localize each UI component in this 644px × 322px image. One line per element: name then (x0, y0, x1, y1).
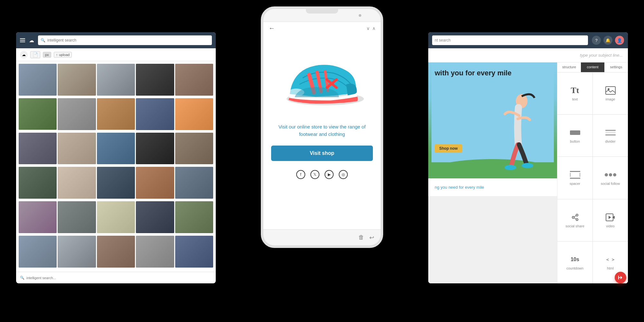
search-input[interactable] (47, 38, 209, 43)
spacer-block-label: spacer (570, 182, 580, 185)
list-item[interactable] (58, 64, 96, 96)
email-preview-content: Shop now with you for every mile ng you … (428, 62, 557, 196)
delete-icon[interactable]: 🗑 (358, 234, 364, 241)
list-item[interactable] (58, 133, 96, 165)
social-share-block-label: social share (565, 224, 584, 228)
phone-nav-bar: ← ∨ ∧ (263, 22, 381, 34)
footer-search-input[interactable] (26, 276, 212, 280)
block-countdown[interactable]: 10s countdown (557, 242, 592, 283)
list-item[interactable] (136, 64, 174, 96)
right-header-icons: ? 🔔 👤 (592, 36, 624, 45)
image-block-label: image (606, 97, 615, 101)
divider-block-icon (604, 128, 617, 137)
list-item[interactable] (19, 236, 57, 268)
hamburger-menu-icon[interactable] (20, 38, 25, 42)
list-item[interactable] (97, 167, 135, 199)
avatar[interactable]: 👤 (615, 36, 624, 45)
list-item[interactable] (136, 98, 174, 130)
list-item[interactable] (58, 167, 96, 199)
notification-icon-btn[interactable]: 🔔 (603, 36, 612, 45)
chevron-down-icon[interactable]: ∨ (366, 26, 370, 31)
list-item[interactable] (136, 236, 174, 268)
svg-point-6 (505, 165, 516, 170)
visit-shop-button[interactable]: Visit shop (271, 146, 373, 161)
left-panel-toolbar: ☁ 📄 px ↑ upload (16, 48, 216, 61)
list-item[interactable] (175, 167, 213, 199)
block-button[interactable]: button (557, 115, 592, 156)
list-item[interactable] (58, 236, 96, 268)
list-item[interactable] (175, 236, 213, 268)
list-item[interactable] (97, 133, 135, 165)
svg-rect-8 (606, 87, 615, 94)
help-icon-btn[interactable]: ? (592, 36, 601, 45)
list-item[interactable] (19, 98, 57, 130)
shop-now-badge[interactable]: Shop now (435, 144, 462, 153)
cloud-icon[interactable]: ☁ (29, 37, 34, 43)
search-partial-text: nt search (435, 38, 450, 43)
search-icon: 🔍 (41, 38, 45, 43)
chevron-up-icon[interactable]: ∧ (372, 26, 375, 31)
instagram-icon[interactable]: ◎ (339, 170, 348, 179)
right-sidebar-panel: structure content settings Tt text (557, 62, 628, 283)
block-image[interactable]: image (593, 72, 628, 114)
twitter-icon[interactable]: 𝕏 (310, 170, 319, 179)
list-item[interactable] (58, 201, 96, 233)
phone-promo-text: Visit our online store to view the range… (263, 118, 381, 143)
block-spacer[interactable]: spacer (557, 157, 592, 199)
list-item[interactable] (97, 201, 135, 233)
list-item[interactable] (19, 201, 57, 233)
px-toolbar-btn[interactable]: px (43, 52, 51, 58)
block-social-share[interactable]: social share (557, 199, 592, 241)
list-item[interactable] (175, 98, 213, 130)
shoe-image-area (263, 34, 381, 118)
block-social-follow[interactable]: social follow (593, 157, 628, 199)
list-item[interactable] (175, 133, 213, 165)
phone-top-bar (263, 9, 381, 22)
block-text[interactable]: Tt text (557, 72, 592, 114)
list-item[interactable] (19, 64, 57, 96)
block-divider[interactable]: divider (593, 115, 628, 156)
svg-line-14 (574, 215, 576, 217)
red-action-button[interactable] (615, 272, 626, 283)
upload-btn[interactable]: ↑ upload (54, 52, 72, 58)
youtube-icon[interactable]: ▶ (325, 170, 334, 179)
cloud-toolbar-btn[interactable]: ☁ (20, 51, 28, 59)
doc-toolbar-btn[interactable]: 📄 (30, 51, 40, 58)
list-item[interactable] (175, 64, 213, 96)
svg-point-7 (522, 163, 533, 168)
phone-bottom-bar: 🗑 ↩ (263, 229, 381, 245)
phone-notch (306, 9, 338, 14)
exit-icon (618, 275, 623, 280)
list-item[interactable] (175, 201, 213, 233)
phone-camera (359, 14, 361, 17)
list-item[interactable] (19, 133, 57, 165)
list-item[interactable] (58, 98, 96, 130)
search-bar-container: 🔍 (38, 35, 212, 45)
subject-line-bar: type your subject line... (428, 48, 628, 62)
list-item[interactable] (97, 98, 135, 130)
list-item[interactable] (136, 167, 174, 199)
tab-structure[interactable]: structure (557, 62, 581, 72)
undo-icon[interactable]: ↩ (369, 234, 374, 241)
list-item[interactable] (136, 201, 174, 233)
block-video[interactable]: video (593, 199, 628, 241)
phone-device: ← ∨ ∧ (261, 6, 383, 248)
list-item[interactable] (19, 167, 57, 199)
facebook-icon[interactable]: f (296, 170, 305, 179)
email-hero-section: Shop now with you for every mile (428, 62, 557, 178)
image-grid (16, 61, 216, 272)
button-block-label: button (570, 139, 580, 143)
back-icon[interactable]: ← (269, 24, 275, 32)
svg-point-11 (572, 216, 574, 218)
subject-line-placeholder[interactable]: type your subject line... (580, 53, 623, 58)
list-item[interactable] (97, 64, 135, 96)
text-block-label: text (572, 97, 578, 101)
list-item[interactable] (136, 133, 174, 165)
tab-content[interactable]: content (581, 62, 604, 72)
runner-illustration (428, 62, 557, 178)
tab-settings[interactable]: settings (604, 62, 628, 72)
list-item[interactable] (97, 236, 135, 268)
left-panel-image-library: ☁ 🔍 ☁ 📄 px ↑ upload (16, 32, 216, 283)
phone-nav-right-icons: ∨ ∧ (366, 26, 375, 31)
upload-label: upload (59, 53, 70, 57)
